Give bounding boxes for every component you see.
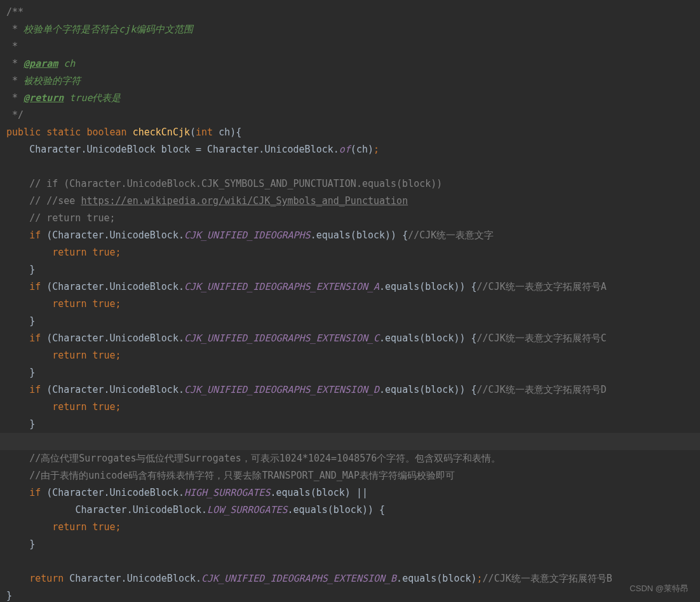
- eol-comment: //CJK统一表意文字拓展符号D: [477, 384, 607, 395]
- cond-post-or: .equals(block) ||: [270, 487, 368, 498]
- comment-line: // return true;: [29, 212, 115, 224]
- kw-true: true: [92, 298, 115, 310]
- const-cjk-ext-a: CJK_UNIFIED_IDEOGRAPHS_EXTENSION_A: [184, 281, 379, 292]
- param-name: ch: [58, 58, 75, 69]
- cond-post: .equals(block)) {: [379, 332, 477, 344]
- const-cjk-ext-d: CJK_UNIFIED_IDEOGRAPHS_EXTENSION_D: [184, 384, 379, 395]
- kw-boolean: boolean: [86, 127, 126, 138]
- brace-close: }: [29, 264, 35, 275]
- call-of: of: [339, 144, 351, 155]
- doc-star: *: [6, 41, 18, 52]
- cond-pre: (Character.UnicodeBlock.: [46, 487, 184, 498]
- semicolon: ;: [374, 144, 379, 155]
- semicolon: ;: [116, 247, 121, 258]
- kw-return: return: [52, 401, 86, 413]
- semicolon: ;: [116, 401, 121, 413]
- kw-true: true: [92, 247, 115, 258]
- cond-post: .equals(block)) {: [311, 229, 408, 241]
- ret-post: .equals(block): [396, 573, 476, 584]
- kw-if: if: [29, 332, 41, 344]
- cond-pre: (Character.UnicodeBlock.: [46, 229, 184, 241]
- kw-true: true: [92, 521, 115, 533]
- kw-true: true: [92, 401, 115, 413]
- param-desc: 被校验的字符: [18, 75, 81, 86]
- doc-star: *: [6, 24, 18, 35]
- cond-post-end: .equals(block)) {: [288, 504, 386, 516]
- low-pre: Character.UnicodeBlock.: [75, 504, 207, 516]
- const-high-surr: HIGH_SURROGATES: [184, 487, 270, 498]
- kw-int: int: [196, 127, 213, 138]
- semicolon: ;: [116, 350, 121, 361]
- eol-comment: //CJK统一表意文字拓展符号B: [483, 573, 612, 584]
- eol-comment: //CJK统一表意文字: [408, 229, 494, 241]
- const-cjk-ext-b: CJK_UNIFIED_IDEOGRAPHS_EXTENSION_B: [201, 573, 396, 584]
- kw-return: return: [52, 521, 86, 533]
- brace-close-method: }: [6, 590, 12, 601]
- cond-post: .equals(block)) {: [379, 384, 477, 395]
- decl-lhs: Character.UnicodeBlock block = Character…: [29, 144, 339, 155]
- kw-public: public: [6, 127, 41, 138]
- brace-close: }: [29, 418, 35, 430]
- kw-true: true: [92, 350, 115, 361]
- kw-if: if: [29, 281, 41, 292]
- method-name: checkCnCjk: [133, 127, 190, 138]
- doc-summary: 校验单个字符是否符合cjk编码中文范围: [18, 24, 193, 35]
- cond-pre: (Character.UnicodeBlock.: [46, 281, 184, 292]
- doc-open: /**: [6, 6, 24, 18]
- doc-star: *: [6, 92, 24, 104]
- kw-return: return: [52, 350, 86, 361]
- brace-close: }: [29, 367, 35, 378]
- code-editor[interactable]: /** * 校验单个字符是否符合cjk编码中文范围 * * @param ch …: [0, 0, 700, 602]
- kw-if: if: [29, 384, 41, 395]
- cond-post: .equals(block)) {: [379, 281, 477, 292]
- paren-open: (: [190, 127, 196, 138]
- kw-static: static: [46, 127, 81, 138]
- kw-return: return: [52, 298, 86, 310]
- doc-star: *: [6, 75, 18, 86]
- ret-pre: Character.UnicodeBlock.: [69, 573, 201, 584]
- brace-close: }: [29, 538, 35, 550]
- decl-args: (ch): [351, 144, 374, 155]
- comment-line: //由于表情的unicode码含有特殊表情字符，只要去除TRANSPORT_AN…: [29, 470, 455, 481]
- paren-close-brace: ){: [230, 127, 241, 138]
- const-cjk-ext-c: CJK_UNIFIED_IDEOGRAPHS_EXTENSION_C: [184, 332, 379, 344]
- kw-return: return: [52, 247, 86, 258]
- semicolon: ;: [477, 573, 483, 584]
- return-desc: true代表是: [64, 92, 121, 104]
- eol-comment: //CJK统一表意文字拓展符号A: [477, 281, 607, 292]
- doc-star: *: [6, 58, 24, 69]
- cond-pre: (Character.UnicodeBlock.: [46, 332, 184, 344]
- kw-return: return: [29, 573, 64, 584]
- brace-close: }: [29, 315, 35, 327]
- semicolon: ;: [116, 298, 121, 310]
- cond-pre: (Character.UnicodeBlock.: [46, 384, 184, 395]
- semicolon: ;: [116, 521, 121, 533]
- eol-comment: //CJK统一表意文字拓展符号C: [477, 332, 607, 344]
- param-tag: @param: [24, 58, 58, 69]
- param-ch: ch: [219, 127, 230, 138]
- doc-close: */: [6, 109, 24, 121]
- kw-if: if: [29, 229, 41, 241]
- comment-line: // //see: [29, 195, 81, 207]
- kw-if: if: [29, 487, 41, 498]
- comment-line: // if (Character.UnicodeBlock.CJK_SYMBOL…: [29, 178, 442, 189]
- comment-link: https://en.wikipedia.org/wiki/CJK_Symbol…: [81, 195, 408, 207]
- return-tag: @return: [24, 92, 64, 104]
- const-low-surr: LOW_SURROGATES: [207, 504, 287, 516]
- watermark: CSDN @莱特昂: [629, 583, 689, 594]
- const-cjk: CJK_UNIFIED_IDEOGRAPHS: [184, 229, 311, 241]
- comment-line: //高位代理Surrogates与低位代理Surrogates，可表示1024*…: [29, 453, 501, 464]
